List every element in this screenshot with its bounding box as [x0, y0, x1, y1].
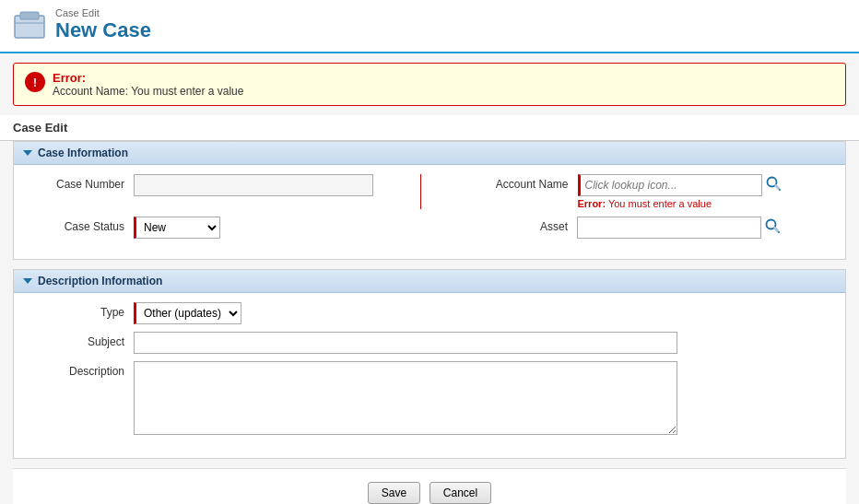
case-number-col: Case Number — [14, 174, 402, 196]
header-subtitle: Case Edit — [55, 7, 151, 18]
form-row-1: Case Number Account Name — [14, 174, 845, 209]
asset-lookup-icon[interactable] — [764, 217, 781, 238]
svg-rect-5 — [773, 183, 780, 190]
type-select[interactable]: Other (updates) User Electrical Mechanic… — [134, 302, 241, 324]
svg-rect-1 — [20, 12, 39, 19]
account-name-col: Account Name — [420, 174, 846, 209]
case-information-body: Case Number Account Name — [14, 165, 845, 259]
asset-input[interactable] — [577, 217, 761, 239]
case-status-select[interactable]: New Assigned In Progress On Hold Closed — [134, 217, 220, 239]
form-section-label: Case Edit — [0, 115, 859, 141]
case-information-card: Case Information Case Number Account Nam… — [13, 141, 846, 260]
subject-row: Subject — [14, 332, 845, 354]
type-row: Type Other (updates) User Electrical Mec… — [14, 302, 845, 324]
case-status-wrap: New Assigned In Progress On Hold Closed — [134, 217, 373, 239]
account-name-wrap: Error: You must enter a value — [578, 174, 818, 209]
section-arrow-icon — [23, 150, 32, 156]
error-title: Error: — [53, 71, 243, 85]
description-wrap — [134, 361, 677, 438]
case-information-title: Case Information — [38, 147, 128, 159]
description-information-body: Type Other (updates) User Electrical Mec… — [14, 293, 845, 458]
case-information-header: Case Information — [14, 142, 845, 165]
error-detail: Account Name: You must enter a value — [53, 85, 243, 98]
header-title: New Case — [55, 18, 151, 42]
case-number-label: Case Number — [14, 174, 134, 191]
error-banner: ! Error: Account Name: You must enter a … — [13, 63, 846, 106]
error-text: Error: Account Name: You must enter a va… — [53, 71, 243, 98]
description-row: Description — [14, 361, 845, 438]
cancel-button[interactable]: Cancel — [430, 482, 491, 504]
description-textarea[interactable] — [134, 361, 677, 435]
page-header: Case Edit New Case — [0, 0, 859, 53]
subject-wrap — [134, 332, 677, 354]
svg-rect-8 — [773, 226, 780, 232]
section-arrow-desc-icon — [23, 278, 32, 284]
form-buttons: Save Cancel — [13, 468, 846, 504]
main-content: Case Information Case Number Account Nam… — [0, 141, 859, 504]
description-label: Description — [14, 361, 134, 378]
account-name-lookup-wrap — [578, 174, 818, 196]
case-number-input[interactable] — [134, 174, 373, 196]
header-text: Case Edit New Case — [55, 7, 151, 42]
account-name-label: Account Name — [458, 174, 578, 191]
type-label: Type — [14, 302, 134, 319]
form-row-2: Case Status New Assigned In Progress On … — [14, 217, 845, 239]
account-name-error: Error: You must enter a value — [578, 198, 818, 209]
case-number-wrap — [134, 174, 373, 196]
subject-input[interactable] — [134, 332, 677, 354]
asset-label: Asset — [457, 217, 577, 233]
account-name-input[interactable] — [578, 174, 762, 196]
case-status-label: Case Status — [14, 217, 134, 233]
account-name-error-text: You must enter a value — [608, 198, 712, 209]
description-information-title: Description Information — [38, 275, 162, 287]
description-information-header: Description Information — [14, 270, 845, 293]
asset-col: Asset — [420, 217, 845, 239]
case-status-col: Case Status New Assigned In Progress On … — [14, 217, 402, 239]
type-wrap: Other (updates) User Electrical Mechanic… — [134, 302, 373, 324]
asset-wrap — [577, 217, 817, 239]
account-name-lookup-icon[interactable] — [765, 175, 782, 195]
subject-label: Subject — [14, 332, 134, 348]
asset-lookup-wrap — [577, 217, 817, 239]
save-button[interactable]: Save — [368, 482, 420, 504]
case-icon — [13, 8, 46, 41]
description-information-card: Description Information Type Other (upda… — [13, 269, 846, 459]
error-icon: ! — [25, 72, 45, 92]
